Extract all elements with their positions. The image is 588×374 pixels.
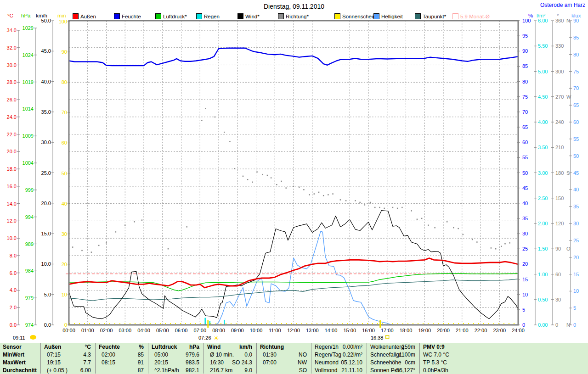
table-cell: 6.00 bbox=[40, 367, 91, 374]
axis-tick-label: 80 bbox=[573, 52, 579, 57]
axis-tick-label: 30 bbox=[62, 231, 67, 237]
axis-tick-label: 10 bbox=[522, 292, 528, 297]
table-cell: 05.12.10 bbox=[311, 359, 362, 366]
series-richtung-dot bbox=[281, 181, 282, 182]
axis-tick-label: 10.0 bbox=[41, 261, 51, 267]
axis-tick-label: 35 bbox=[573, 204, 579, 209]
table-cell: SO bbox=[256, 367, 307, 374]
series-richtung-dot bbox=[91, 251, 92, 253]
table-cell: Sensor bbox=[3, 343, 22, 351]
axis-tick-label: 65 bbox=[522, 124, 528, 130]
axis-tick-label: 05:00 bbox=[156, 328, 169, 333]
legend-swatch-icon bbox=[196, 13, 202, 19]
axis-tick-label: 40.0 bbox=[41, 79, 51, 84]
axis-tick-label: 60 bbox=[555, 272, 561, 277]
axis-tick-label: 5 bbox=[522, 307, 525, 313]
legend-swatch-icon bbox=[373, 13, 379, 19]
axis-tick-label: 8.0 bbox=[10, 253, 17, 258]
axis-tick-label: 1004 bbox=[23, 160, 34, 166]
axis-tick-label: 14.0 bbox=[7, 201, 17, 207]
axis-tick-label: 90 bbox=[522, 48, 528, 54]
series-richtung-dot bbox=[340, 199, 341, 201]
axis-tick-label: 45 bbox=[573, 170, 579, 176]
table-separator bbox=[40, 343, 41, 374]
axis-tick-label: 1.00 bbox=[538, 272, 548, 277]
sunset-time: 16:38 bbox=[371, 335, 384, 341]
axis-tick-label: 16:00 bbox=[362, 328, 375, 333]
axis-tick-label: 24.0 bbox=[7, 114, 17, 120]
axis-tick-label: 55 bbox=[573, 136, 579, 142]
series-richtung-dot bbox=[276, 184, 277, 185]
table-separator bbox=[148, 343, 148, 374]
legend-swatch-icon bbox=[237, 13, 243, 19]
axis-tick-label: 95 bbox=[522, 33, 528, 39]
table-cell: 259m bbox=[367, 343, 415, 351]
axis-tick-label: 40 bbox=[573, 187, 579, 192]
axis-tick-label: 10.0 bbox=[7, 235, 17, 241]
axis-tick-label: 1014 bbox=[23, 106, 34, 112]
axis-tick-label: 30.0 bbox=[7, 62, 17, 68]
axis-tick-label: 28.0 bbox=[7, 79, 17, 85]
series-richtung-dot bbox=[141, 219, 143, 221]
series-richtung-dot bbox=[397, 208, 398, 209]
axis-tick-label: 6.00 bbox=[538, 18, 548, 23]
legend-label: Feuchte bbox=[122, 14, 141, 19]
series-richtung-dot bbox=[205, 108, 206, 109]
axis-tick-label: 0 bbox=[555, 322, 558, 328]
axis-tick-label: 10 bbox=[62, 292, 67, 297]
legend-item-5: Richtung* bbox=[278, 13, 309, 20]
axis-tick-label: 02:00 bbox=[100, 328, 113, 333]
axis-tick-label: 12:00 bbox=[287, 328, 300, 333]
axis-tick-label: 0 bbox=[522, 322, 525, 328]
axis-tick-label: 24:00 bbox=[512, 328, 525, 333]
table-cell: 1100m bbox=[367, 351, 415, 358]
axis-tick-label: O bbox=[566, 246, 571, 251]
legend-label: Regen bbox=[204, 14, 220, 19]
axis-tick-label: 2.00 bbox=[538, 221, 548, 226]
legend-item-7: Helligkeit bbox=[373, 13, 403, 20]
axis-tick-label: 21:00 bbox=[456, 328, 469, 333]
axis-header-temp: °C bbox=[7, 13, 13, 18]
series-richtung-dot bbox=[98, 245, 100, 246]
axis-tick-label: 12.0 bbox=[7, 218, 17, 223]
axis-tick-label: 85 bbox=[522, 63, 528, 69]
axis-tick-label: 26.0 bbox=[7, 97, 17, 102]
series-richtung-dot bbox=[234, 168, 235, 169]
table-cell: TP 5.3 °C bbox=[423, 359, 447, 366]
axis-tick-label: 90 bbox=[62, 49, 67, 55]
series-richtung-dot bbox=[285, 187, 287, 189]
series-richtung-dot bbox=[392, 207, 394, 208]
axis-tick-label: 80 bbox=[62, 79, 67, 85]
legend-item-8: Taupunkt* bbox=[415, 13, 446, 20]
table-cell: MinWert bbox=[3, 351, 24, 358]
sun-cloud-icon bbox=[30, 335, 36, 340]
table-cell: SO 24.3 bbox=[204, 359, 252, 366]
series-richtung-dot bbox=[314, 193, 315, 195]
stats-table: SensorMinWertMaxWertDurchschnittAußen°C0… bbox=[0, 343, 588, 374]
table-cell: NW bbox=[256, 359, 307, 366]
axis-tick-label: 23:00 bbox=[493, 328, 506, 333]
axis-tick-label: 210 bbox=[555, 145, 564, 150]
series-richtung-dot bbox=[476, 241, 478, 243]
axis-header-klux: klux bbox=[571, 13, 581, 18]
axis-tick-label: 6.0 bbox=[10, 270, 17, 276]
axis-tick-label: 25.0 bbox=[41, 170, 51, 176]
axis-tick-label: 30.0 bbox=[41, 140, 51, 145]
axis-tick-label: 06:00 bbox=[175, 328, 188, 333]
series-richtung-dot bbox=[271, 177, 272, 179]
table-cell: km/h bbox=[204, 343, 252, 351]
axis-tick-label: 1009 bbox=[23, 133, 34, 139]
axis-tick-label: 50.0 bbox=[41, 18, 51, 23]
page-title: Dienstag, 09.11.2010 bbox=[0, 3, 588, 10]
table-separator bbox=[419, 343, 420, 374]
legend-item-1: Feuchte bbox=[114, 13, 141, 20]
axis-tick-label: 2.50 bbox=[538, 195, 548, 201]
series-helligkeit-line bbox=[69, 231, 396, 325]
axis-tick-label: 2.0 bbox=[10, 305, 17, 310]
station-name: Osterode am Harz bbox=[540, 2, 585, 8]
legend-swatch-icon bbox=[155, 13, 161, 19]
axis-tick-label: 300 bbox=[555, 69, 564, 74]
axis-tick-label: 150 bbox=[555, 195, 564, 201]
sunrise-sun-icon: ☀ bbox=[213, 335, 219, 342]
axis-tick-label: 30 bbox=[555, 297, 561, 302]
